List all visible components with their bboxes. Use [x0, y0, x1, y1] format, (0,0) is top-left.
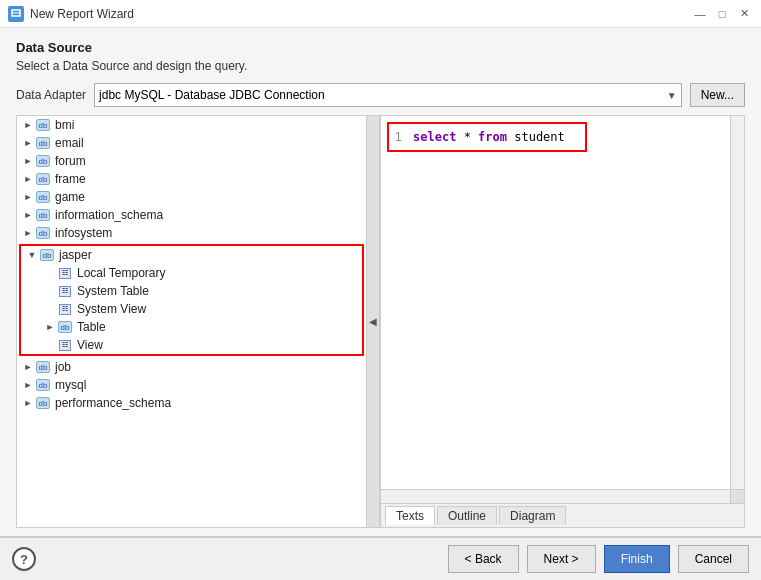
db-icon-mysql: db	[35, 378, 51, 392]
table-icon-sys-view: ☷	[57, 302, 73, 316]
tree-toggle-jasper[interactable]: ▼	[25, 248, 39, 262]
db-icon-table: db	[57, 320, 73, 334]
tree-toggle-sys-table	[43, 284, 57, 298]
cancel-button[interactable]: Cancel	[678, 545, 749, 573]
tree-item-perf-schema[interactable]: ► db performance_schema	[17, 394, 366, 412]
tree-item-local-temporary[interactable]: ☷ Local Temporary	[39, 264, 362, 282]
tree-item-view[interactable]: ☷ View	[39, 336, 362, 354]
tree-item-email[interactable]: ► db email	[17, 134, 366, 152]
tree-item-system-table[interactable]: ☷ System Table	[39, 282, 362, 300]
tree-label-bmi: bmi	[55, 118, 74, 132]
tree-toggle-perf-schema[interactable]: ►	[21, 396, 35, 410]
tree-toggle-mysql[interactable]: ►	[21, 378, 35, 392]
adapter-label: Data Adapter	[16, 88, 86, 102]
tree-item-system-view[interactable]: ☷ System View	[39, 300, 362, 318]
window-title: New Report Wizard	[30, 7, 691, 21]
right-scrollbar[interactable]	[730, 116, 744, 489]
bottom-scrollbar[interactable]	[381, 489, 744, 503]
adapter-select[interactable]: jdbc MySQL - Database JDBC Connection ▼	[94, 83, 682, 107]
left-panel: ► db bmi ► db email ► db forum	[16, 115, 366, 528]
title-bar: New Report Wizard — □ ✕	[0, 0, 761, 28]
dropdown-arrow-icon: ▼	[667, 90, 677, 101]
tree-label-perf-schema: performance_schema	[55, 396, 171, 410]
jasper-children: ☷ Local Temporary ☷ System Table ☷	[21, 264, 362, 354]
query-tabs: Texts Outline Diagram	[381, 503, 744, 527]
table-icon-view: ☷	[57, 338, 73, 352]
db-icon-forum: db	[35, 154, 51, 168]
tab-texts[interactable]: Texts	[385, 506, 435, 525]
table-icon-local-temp: ☷	[57, 266, 73, 280]
tree-toggle-info-schema[interactable]: ►	[21, 208, 35, 222]
query-line-number: 1	[395, 130, 402, 144]
tree-label-local-temp: Local Temporary	[77, 266, 166, 280]
tree-toggle-forum[interactable]: ►	[21, 154, 35, 168]
tree-label-view: View	[77, 338, 103, 352]
tree-item-game[interactable]: ► db game	[17, 188, 366, 206]
tree-label-job: job	[55, 360, 71, 374]
new-adapter-button[interactable]: New...	[690, 83, 745, 107]
tree-item-mysql[interactable]: ► db mysql	[17, 376, 366, 394]
adapter-row: Data Adapter jdbc MySQL - Database JDBC …	[16, 83, 745, 107]
query-area[interactable]: 1 select * from student	[381, 116, 730, 489]
db-icon-game: db	[35, 190, 51, 204]
tab-outline[interactable]: Outline	[437, 506, 497, 525]
from-keyword: from	[478, 130, 507, 144]
db-icon-email: db	[35, 136, 51, 150]
section-desc: Select a Data Source and design the quer…	[16, 59, 745, 73]
tree-toggle-view	[43, 338, 57, 352]
tree-label-frame: frame	[55, 172, 86, 186]
tree-label-jasper: jasper	[59, 248, 92, 262]
maximize-button[interactable]: □	[713, 5, 731, 23]
tree-toggle-job[interactable]: ►	[21, 360, 35, 374]
tree-item-job[interactable]: ► db job	[17, 358, 366, 376]
next-button[interactable]: Next >	[527, 545, 596, 573]
tree-toggle-bmi[interactable]: ►	[21, 118, 35, 132]
db-icon-infosystem: db	[35, 226, 51, 240]
select-keyword: select	[413, 130, 456, 144]
tree-item-table[interactable]: ► db Table	[39, 318, 362, 336]
tree-item-infosystem[interactable]: ► db infosystem	[17, 224, 366, 242]
section-title: Data Source	[16, 40, 745, 55]
query-text: select * from student	[413, 130, 565, 144]
tree-label-forum: forum	[55, 154, 86, 168]
window-controls: — □ ✕	[691, 5, 753, 23]
tree-label-email: email	[55, 136, 84, 150]
finish-button[interactable]: Finish	[604, 545, 670, 573]
tree-area[interactable]: ► db bmi ► db email ► db forum	[17, 116, 366, 527]
tree-label-sys-table: System Table	[77, 284, 149, 298]
db-icon-job: db	[35, 360, 51, 374]
tree-toggle-frame[interactable]: ►	[21, 172, 35, 186]
adapter-value: jdbc MySQL - Database JDBC Connection	[99, 88, 667, 102]
tab-diagram[interactable]: Diagram	[499, 506, 566, 525]
db-icon-bmi: db	[35, 118, 51, 132]
tree-item-frame[interactable]: ► db frame	[17, 170, 366, 188]
back-button[interactable]: < Back	[448, 545, 519, 573]
tree-label-info-schema: information_schema	[55, 208, 163, 222]
query-table: student	[514, 130, 565, 144]
main-content: Data Source Select a Data Source and des…	[0, 28, 761, 536]
minimize-button[interactable]: —	[691, 5, 709, 23]
tree-item-forum[interactable]: ► db forum	[17, 152, 366, 170]
db-icon-perf-schema: db	[35, 396, 51, 410]
db-icon-jasper: db	[39, 248, 55, 262]
tree-item-information-schema[interactable]: ► db information_schema	[17, 206, 366, 224]
right-panel: 1 select * from student Texts	[380, 115, 745, 528]
close-button[interactable]: ✕	[735, 5, 753, 23]
db-icon-frame: db	[35, 172, 51, 186]
tree-toggle-email[interactable]: ►	[21, 136, 35, 150]
tree-label-mysql: mysql	[55, 378, 86, 392]
tree-toggle-infosystem[interactable]: ►	[21, 226, 35, 240]
table-icon-sys-table: ☷	[57, 284, 73, 298]
tree-item-jasper[interactable]: ▼ db jasper	[21, 246, 362, 264]
tree-label-table: Table	[77, 320, 106, 334]
query-highlight-box: 1 select * from student	[387, 122, 587, 152]
bottom-bar: ? < Back Next > Finish Cancel	[0, 536, 761, 580]
tree-toggle-game[interactable]: ►	[21, 190, 35, 204]
tree-item-bmi[interactable]: ► db bmi	[17, 116, 366, 134]
db-icon-info-schema: db	[35, 208, 51, 222]
help-button[interactable]: ?	[12, 547, 36, 571]
app-icon	[8, 6, 24, 22]
tree-toggle-table[interactable]: ►	[43, 320, 57, 334]
jasper-group-highlight: ▼ db jasper ☷ Local Temporary	[19, 244, 364, 356]
panel-collapse-button[interactable]: ◀	[366, 115, 380, 528]
